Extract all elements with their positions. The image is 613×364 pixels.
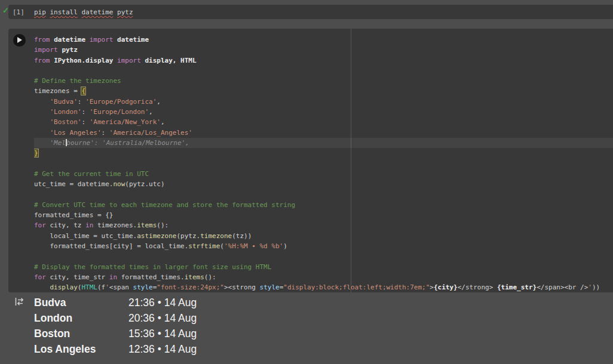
code-token: (): [204, 273, 216, 281]
code-token: } [34, 149, 38, 157]
code-line: local_time = utc_time.astimezone(pytz.ti… [34, 231, 613, 241]
code-token: "display:block;float:left;width:7em;" [283, 283, 430, 291]
code-editor[interactable]: from datetime import datetimeimport pytz… [34, 29, 613, 292]
code-token [85, 36, 90, 44]
code-line: 'London': 'Europe/London', [34, 107, 613, 117]
code-token [34, 108, 50, 116]
code-token: timezone [200, 232, 232, 240]
code-line: display(HTML(f'<span style="font-size:24… [34, 282, 613, 292]
code-token: from [34, 36, 50, 44]
code-token: , [149, 108, 153, 116]
code-token: formatted_times. [117, 273, 185, 281]
code-token: in [85, 221, 93, 229]
code-token: # Convert UTC time to each timezone and … [34, 201, 295, 209]
output-row: Boston15:36 • 14 Aug [34, 326, 197, 341]
run-cell-button[interactable] [13, 34, 26, 47]
code-token: formatted_times[city] = local_time. [34, 242, 188, 250]
code-token: datetime [117, 36, 149, 44]
code-token: > [430, 283, 434, 291]
code-token: import [34, 46, 58, 54]
code-token: , [161, 118, 165, 126]
code-token: (f [97, 283, 105, 291]
play-icon [17, 37, 22, 43]
code-token [46, 8, 50, 16]
code-token: timezones = [34, 87, 81, 95]
code-token: from [34, 57, 50, 64]
code-token [34, 98, 50, 106]
code-line: utc_time = datetime.now(pytz.utc) [34, 179, 613, 189]
code-token: # Display the formatted times in larger … [34, 263, 271, 271]
code-token [34, 139, 50, 147]
code-token: )) [592, 283, 600, 291]
code-token: > [224, 283, 228, 291]
pip-code-line[interactable]: pip install datetime pytz [34, 8, 133, 16]
code-line: # Get the current time in UTC [34, 169, 613, 179]
code-token: city, tz [46, 221, 85, 229]
code-token: {city} [434, 283, 458, 291]
output-row: London20:36 • 14 Aug [34, 310, 197, 326]
code-token: bourne': 'Australia/Melbourne', [67, 139, 189, 147]
code-token: city, time_str [46, 273, 109, 281]
time-value: 21:36 • 14 Aug [128, 297, 197, 309]
city-label: Boston [34, 326, 128, 341]
code-token: ( [220, 242, 224, 250]
code-token: : [102, 129, 109, 137]
code-token: 'America/New_York' [90, 118, 161, 126]
code-cell: from datetime import datetimeimport pytz… [8, 29, 613, 292]
code-token: # Get the current time in UTC [34, 170, 149, 178]
code-token: 'Europe/Podgorica' [85, 98, 157, 106]
code-line: 'Los Angeles': 'America/Los_Angeles' [34, 128, 613, 138]
code-token: pytz [62, 46, 78, 54]
city-label: Los Angeles [34, 341, 128, 357]
code-token: </strong> [458, 283, 497, 291]
code-token: 'America/Los_Angeles' [109, 129, 192, 137]
cell-gutter [8, 29, 34, 292]
code-token: ' [588, 283, 592, 291]
code-token: datetime [81, 8, 113, 16]
code-token: formatted_times = {} [34, 211, 113, 219]
code-token: 'Los Angeles' [50, 129, 102, 137]
code-token: <strong [228, 283, 260, 291]
code-token: for [34, 273, 46, 281]
code-token: display [50, 283, 78, 291]
code-line: 'Budva': 'Europe/Podgorica', [34, 97, 613, 107]
code-token: ) [283, 242, 287, 250]
code-line: timezones = { [34, 86, 613, 96]
output-swap-icon[interactable] [15, 297, 25, 309]
code-lines: from datetime import datetimeimport pytz… [34, 29, 613, 292]
code-token: </span><br /> [537, 283, 588, 291]
code-token: style [133, 283, 153, 291]
execution-count: [1] [13, 8, 24, 16]
code-token: IPython.display [54, 57, 113, 64]
code-token: (pytz.utc) [125, 180, 164, 188]
code-token [34, 129, 50, 137]
code-token: import [117, 57, 141, 64]
code-line: for city, time_str in formatted_times.it… [34, 272, 613, 282]
code-token: display, HTML [145, 57, 196, 64]
code-token: pip [34, 8, 46, 16]
code-token: : [78, 98, 85, 106]
time-value: 20:36 • 14 Aug [128, 312, 197, 324]
code-token: { [81, 87, 85, 95]
code-line: from datetime import datetime [34, 35, 613, 45]
code-token: 'Boston' [50, 118, 82, 126]
code-token: ' [105, 283, 109, 291]
code-line [34, 189, 613, 199]
code-line: import pytz [34, 45, 613, 55]
code-line: for city, tz in timezones.items(): [34, 220, 613, 230]
code-token: for [34, 221, 46, 229]
code-token: in [109, 273, 117, 281]
code-token: (): [157, 221, 168, 229]
code-line [34, 159, 613, 169]
code-token: {time_str} [497, 283, 537, 291]
output-row: Budva21:36 • 14 Aug [34, 295, 197, 310]
code-token: style [260, 283, 280, 291]
code-line: 'Melbourne': 'Australia/Melbourne', [34, 138, 613, 148]
output-swap-icon-glyph [15, 297, 25, 306]
pip-install-cell[interactable]: [1] pip install datetime pytz [8, 5, 613, 19]
code-token [34, 118, 50, 126]
code-token: : [81, 108, 89, 116]
output-row: Los Angeles12:36 • 14 Aug [34, 341, 197, 357]
city-label: London [34, 310, 128, 326]
code-line [34, 251, 613, 261]
